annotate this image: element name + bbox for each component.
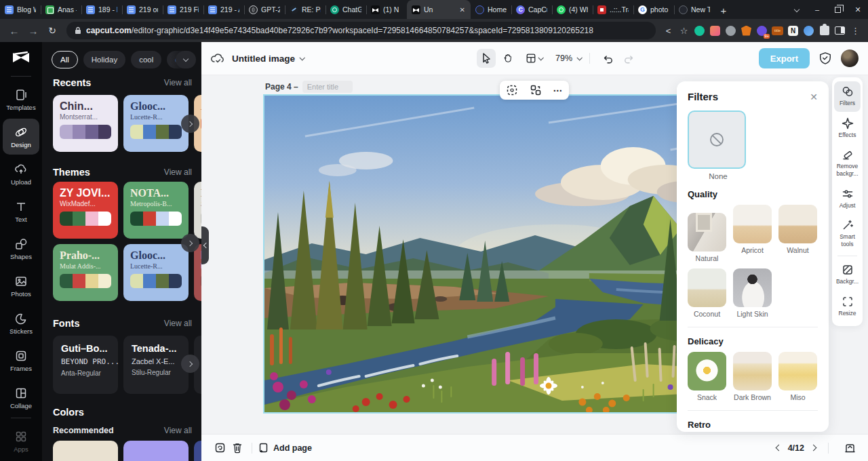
extensions-puzzle-icon[interactable] bbox=[817, 24, 831, 38]
tool-resize[interactable]: Resize bbox=[834, 292, 861, 322]
browser-tab[interactable]: RE: Pro bbox=[285, 0, 326, 19]
more-options-icon[interactable]: ⋯ bbox=[553, 85, 564, 96]
browser-tab[interactable]: 219 Fir bbox=[163, 0, 203, 19]
browser-tab[interactable]: 189 - E bbox=[81, 0, 122, 19]
window-minimize-button[interactable]: – bbox=[807, 0, 827, 19]
chips-expand-chevron-icon[interactable] bbox=[176, 51, 196, 68]
chip-holiday[interactable]: Holiday bbox=[83, 51, 125, 68]
window-close-button[interactable]: ✕ bbox=[848, 0, 868, 19]
sidebar-item-design[interactable]: Design bbox=[3, 119, 39, 155]
url-field[interactable]: capcut.com/editor-graphic/d3e14f49e5e743… bbox=[66, 22, 656, 39]
share-icon[interactable]: < bbox=[661, 24, 675, 38]
sidebar-item-upload[interactable]: Upload bbox=[3, 156, 39, 192]
filter-option[interactable]: Dark Brown bbox=[733, 352, 772, 401]
back-button[interactable]: ← bbox=[5, 22, 23, 39]
title-extension-icon[interactable]: title bbox=[770, 24, 785, 38]
tool-adjust[interactable]: Adjust bbox=[834, 184, 861, 214]
color-card[interactable]: Aa bbox=[123, 441, 189, 461]
forward-button[interactable]: → bbox=[24, 22, 42, 39]
sidebar-item-shapes[interactable]: Shapes bbox=[3, 230, 39, 266]
tab-close-icon[interactable]: ✕ bbox=[459, 6, 466, 14]
view-all-link[interactable]: View all bbox=[164, 167, 192, 177]
filter-option[interactable]: Apricot bbox=[733, 205, 772, 262]
browser-tab[interactable]: 219 - A bbox=[203, 0, 244, 19]
tool-filters[interactable]: Filters bbox=[834, 81, 861, 112]
page-title-input[interactable] bbox=[302, 81, 353, 93]
theme-card[interactable]: No Sin bbox=[194, 182, 201, 239]
browser-tab-active[interactable]: Un✕ bbox=[407, 0, 471, 19]
browser-tab[interactable]: Home bbox=[471, 0, 511, 19]
redo-button[interactable] bbox=[620, 49, 639, 68]
delete-page-button[interactable] bbox=[229, 439, 246, 457]
zoom-chevron-icon[interactable] bbox=[577, 55, 583, 60]
view-all-link[interactable]: View all bbox=[164, 78, 192, 87]
zoom-level[interactable]: 79% bbox=[555, 54, 572, 63]
tool-effects[interactable]: Effects bbox=[834, 113, 861, 144]
theme-card[interactable]: Glooc... Lucette-R... bbox=[123, 95, 189, 152]
filter-option[interactable]: Miso bbox=[778, 352, 817, 401]
browser-tab[interactable]: (1) N bbox=[366, 0, 407, 19]
filter-option[interactable]: Natural bbox=[688, 205, 726, 262]
add-page-button[interactable]: Add page bbox=[258, 442, 312, 454]
swirl-extension-icon[interactable] bbox=[802, 24, 816, 38]
browser-tab[interactable]: photo s bbox=[633, 0, 674, 19]
font-card[interactable]: Tenada-... Zacbel X-E... Stilu-Regular bbox=[123, 336, 189, 394]
fonts-next-arrow[interactable] bbox=[181, 355, 199, 373]
filter-option[interactable]: Light Skin bbox=[733, 268, 772, 318]
spark-extension-icon[interactable]: 9+ bbox=[755, 24, 769, 38]
browser-tab[interactable]: (4) Wh bbox=[552, 0, 593, 19]
sidebar-item-photos[interactable]: Photos bbox=[3, 268, 39, 304]
view-all-link[interactable]: View all bbox=[164, 426, 192, 435]
select-tool-button[interactable] bbox=[477, 49, 496, 68]
new-tab-button[interactable]: + bbox=[715, 1, 732, 19]
sidebar-item-stickers[interactable]: Stickers bbox=[3, 305, 39, 341]
chip-cool[interactable]: cool bbox=[131, 51, 161, 68]
select-area-icon[interactable] bbox=[506, 84, 518, 96]
font-card[interactable]: Guti–Bo... BEYOND PRO... Anta-Regular bbox=[53, 336, 118, 394]
filter-none-tile[interactable] bbox=[688, 111, 746, 169]
color-card[interactable]: A bbox=[194, 441, 201, 461]
browser-tab[interactable]: ChatGF bbox=[326, 0, 366, 19]
theme-card[interactable]: Glooc... Lucette-R... bbox=[123, 244, 189, 301]
doc-title-chevron-icon[interactable] bbox=[299, 55, 304, 60]
browser-tab[interactable]: GPT-2 bbox=[244, 0, 285, 19]
filter-option[interactable]: Snack bbox=[688, 352, 726, 401]
export-button[interactable]: Export bbox=[759, 48, 810, 68]
document-title[interactable]: Untitled image bbox=[232, 54, 295, 64]
browser-tab[interactable]: Anas - bbox=[41, 0, 81, 19]
filters-close-icon[interactable]: ✕ bbox=[810, 92, 818, 102]
hand-tool-button[interactable] bbox=[498, 49, 517, 68]
browser-tab[interactable]: 219 ou bbox=[122, 0, 163, 19]
theme-card[interactable]: NOTA... Metropolis-B... bbox=[123, 182, 189, 239]
chip-all[interactable]: All bbox=[52, 51, 78, 68]
panel-collapse-handle[interactable] bbox=[201, 226, 209, 264]
undo-button[interactable] bbox=[598, 49, 617, 68]
prev-page-chevron-icon[interactable] bbox=[775, 445, 782, 452]
bookmark-star-icon[interactable]: ☆ bbox=[677, 24, 691, 38]
recents-next-arrow[interactable] bbox=[181, 115, 199, 133]
color-card[interactable]: Aa bbox=[53, 441, 118, 461]
view-all-link[interactable]: View all bbox=[164, 319, 192, 328]
theme-card[interactable]: Chin... Montserrat... bbox=[53, 95, 118, 152]
replace-swap-icon[interactable] bbox=[530, 84, 542, 96]
browser-tab[interactable]: New Ta bbox=[674, 0, 715, 19]
browser-menu-icon[interactable]: ⋮ bbox=[848, 24, 863, 38]
theme-card[interactable]: Praho-... Mulat Addis-... bbox=[53, 244, 118, 301]
filter-option[interactable]: Coconut bbox=[688, 268, 726, 318]
tab-search-chevron-icon[interactable] bbox=[787, 0, 807, 19]
themes-next-arrow[interactable] bbox=[181, 234, 199, 252]
layout-tool-button[interactable] bbox=[520, 49, 547, 68]
browser-tab[interactable]: ..::..Tra bbox=[593, 0, 633, 19]
metamask-extension-icon[interactable] bbox=[739, 24, 753, 38]
side-panel-icon[interactable] bbox=[833, 24, 847, 38]
globe-extension-icon[interactable] bbox=[724, 24, 738, 38]
browser-tab[interactable]: Blog W bbox=[0, 0, 41, 19]
user-avatar[interactable] bbox=[841, 49, 859, 67]
filter-option[interactable]: Walnut bbox=[778, 205, 817, 262]
sidebar-item-collage[interactable]: Collage bbox=[3, 380, 39, 416]
notion-extension-icon[interactable]: N bbox=[786, 24, 800, 38]
next-page-chevron-icon[interactable] bbox=[810, 445, 817, 452]
window-restore-button[interactable] bbox=[827, 0, 848, 19]
theme-card[interactable]: Ru Mo bbox=[194, 244, 201, 301]
duplicate-page-button[interactable] bbox=[211, 439, 229, 457]
